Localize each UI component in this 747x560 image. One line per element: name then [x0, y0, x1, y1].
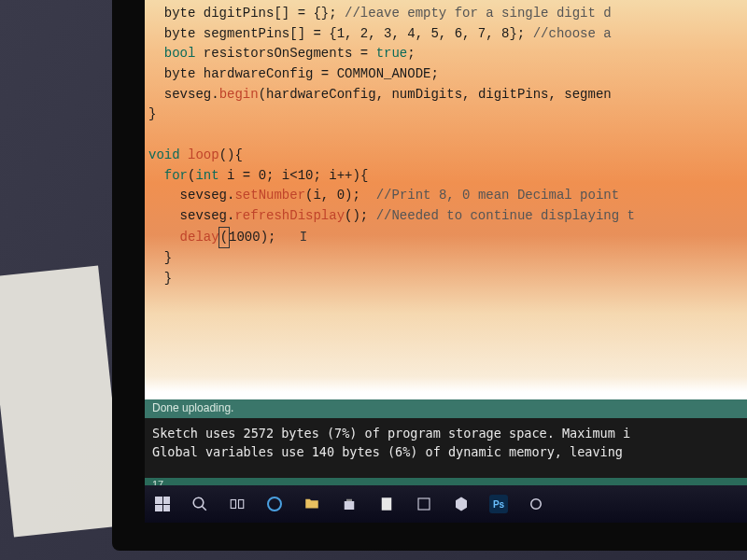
edge-icon: [267, 497, 282, 511]
ide-console[interactable]: Sketch uses 2572 bytes (7%) of program s…: [145, 418, 747, 485]
laptop-screen: byte digitPins[] = {}; //leave empty for…: [145, 0, 747, 523]
ide-status-bar: Done uploading.: [145, 399, 747, 418]
store-button[interactable]: [337, 492, 361, 516]
unity-icon: [453, 496, 470, 512]
code-line: byte digitPins[] = {}; //leave empty for…: [148, 6, 612, 21]
code-line: void loop(){: [148, 147, 243, 162]
file-explorer-button[interactable]: [300, 492, 324, 516]
app-button-3[interactable]: [524, 492, 548, 516]
app-button-1[interactable]: [374, 492, 399, 516]
windows-logo-icon: [155, 497, 170, 511]
code-line: sevseg.begin(hardwareConfig, numDigits, …: [148, 87, 612, 102]
code-line: byte segmentPins[] = {1, 2, 3, 4, 5, 6, …: [148, 26, 612, 41]
code-line: for(int i = 0; i<10; i++){: [148, 168, 368, 183]
svg-point-4: [531, 499, 542, 510]
document-icon: [378, 496, 395, 512]
search-button[interactable]: [188, 492, 212, 516]
svg-rect-3: [418, 498, 430, 510]
photoshop-icon: Ps: [489, 495, 508, 513]
task-view-icon: [229, 496, 246, 512]
console-line: Sketch uses 2572 bytes (7%) of program s…: [152, 426, 630, 441]
code-line: }: [148, 250, 172, 265]
code-line: sevseg.setNumber(i, 0); //Print 8, 0 mea…: [148, 188, 627, 203]
start-button[interactable]: [150, 492, 175, 516]
edge-button[interactable]: [262, 492, 287, 516]
app-button-2[interactable]: [412, 492, 436, 516]
store-icon: [341, 496, 358, 512]
code-line: delay(1000); I: [148, 230, 307, 245]
code-line: }: [148, 106, 156, 121]
status-text: Done uploading.: [152, 401, 233, 414]
gear-icon: [528, 496, 544, 512]
code-line: }: [148, 271, 172, 286]
unity-button[interactable]: [449, 492, 473, 516]
code-line: bool resistorsOnSegments = true;: [148, 46, 416, 61]
svg-rect-0: [231, 500, 235, 509]
square-icon: [416, 496, 432, 512]
windows-taskbar[interactable]: Ps: [145, 485, 747, 523]
console-line: Global variables use 140 bytes (6%) of d…: [152, 444, 630, 459]
photoshop-button[interactable]: Ps: [486, 492, 511, 516]
search-icon: [191, 496, 208, 512]
code-line: sevseg.refreshDisplay(); //Needed to con…: [148, 208, 635, 223]
text-cursor-icon: I: [300, 230, 307, 245]
task-view-button[interactable]: [225, 492, 249, 516]
svg-rect-2: [382, 497, 392, 511]
svg-rect-1: [239, 500, 244, 509]
code-line: byte hardwareConfig = COMMON_ANODE;: [148, 66, 439, 81]
folder-icon: [303, 496, 320, 512]
